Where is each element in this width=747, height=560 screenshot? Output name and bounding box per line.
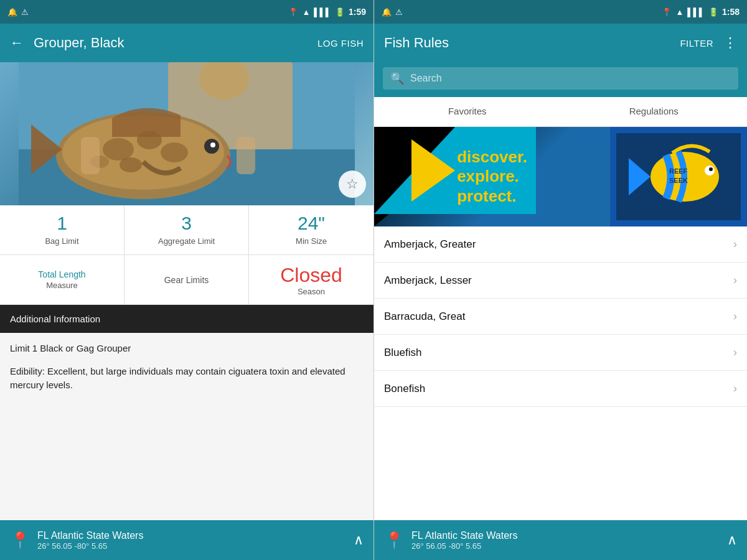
svg-point-21 bbox=[709, 167, 713, 171]
info-season: Closed Season bbox=[249, 255, 374, 304]
fish-name: Bluefish bbox=[384, 347, 733, 359]
info-row: Total Length Measure Gear Limits Closed … bbox=[0, 255, 374, 305]
tab-regulations[interactable]: Regulations bbox=[561, 97, 748, 126]
fish-name: Barracuda, Great bbox=[384, 310, 733, 323]
reef-fish-svg: REEF SEEK bbox=[616, 133, 741, 220]
status-icons-left: 🔔 ⚠ bbox=[7, 7, 29, 17]
chevron-right-icon: › bbox=[733, 274, 737, 287]
chevron-right-icon: › bbox=[733, 382, 737, 395]
chevron-up-left[interactable]: ∧ bbox=[354, 532, 364, 548]
location-status-icon: 📍 bbox=[288, 7, 298, 17]
list-item[interactable]: Amberjack, Lesser › bbox=[374, 263, 747, 299]
location-coords-right: 26° 56.05 -80° 5.65 bbox=[411, 541, 720, 551]
banner-right-section: REEF SEEK bbox=[610, 127, 747, 226]
warning-icon-right: ⚠ bbox=[395, 7, 403, 17]
battery-icon-right: 🔋 bbox=[708, 7, 718, 17]
banner-line-2: explore. bbox=[457, 167, 527, 186]
notification-icon-right: 🔔 bbox=[382, 7, 392, 17]
svg-text:SEEK: SEEK bbox=[669, 177, 688, 184]
svg-rect-14 bbox=[237, 137, 255, 174]
status-icons-right: 📍 ▲ ▌▌▌ 🔋 1:59 bbox=[288, 7, 366, 17]
right-header: Fish Rules FILTER ⋮ bbox=[374, 24, 747, 62]
stat-min-size: 24" Min Size bbox=[249, 205, 374, 254]
bag-limit-label: Bag Limit bbox=[6, 236, 118, 246]
svg-point-9 bbox=[120, 157, 142, 172]
back-button[interactable]: ← bbox=[10, 35, 24, 51]
fish-name: Bonefish bbox=[384, 383, 733, 395]
location-name-left: FL Atlantic State Waters bbox=[37, 530, 346, 541]
search-input-wrapper: 🔍 bbox=[383, 67, 738, 90]
left-header: ← Grouper, Black LOG FISH bbox=[0, 24, 374, 62]
location-info-left: FL Atlantic State Waters 26° 56.05 -80° … bbox=[37, 530, 346, 551]
fish-illustration bbox=[19, 62, 355, 205]
svg-text:REEF: REEF bbox=[669, 167, 688, 175]
list-item[interactable]: Bonefish › bbox=[374, 371, 747, 407]
status-bar-left: 🔔 ⚠ 📍 ▲ ▌▌▌ 🔋 1:59 bbox=[0, 0, 374, 24]
fish-name: Amberjack, Greater bbox=[384, 238, 733, 251]
svg-point-12 bbox=[210, 142, 215, 147]
status-bar-right: 🔔 ⚠ 📍 ▲ ▌▌▌ 🔋 1:58 bbox=[374, 0, 747, 24]
bottom-bar-left[interactable]: 📍 FL Atlantic State Waters 26° 56.05 -80… bbox=[0, 520, 374, 560]
chevron-right-icon: › bbox=[733, 346, 737, 359]
additional-info-line-2: Edibility: Excellent, but large individu… bbox=[10, 365, 364, 393]
total-length-title: Total Length bbox=[38, 269, 85, 279]
advertisement-banner[interactable]: discover. explore. protect. bbox=[374, 127, 747, 226]
total-length-sub: Measure bbox=[46, 281, 78, 290]
list-item[interactable]: Bluefish › bbox=[374, 335, 747, 371]
info-gear-limits[interactable]: Gear Limits bbox=[125, 255, 249, 304]
location-coords-left: 26° 56.05 -80° 5.65 bbox=[37, 541, 346, 551]
location-pin-icon-right: 📍 bbox=[384, 531, 404, 550]
status-icons-right-left: 🔔 ⚠ bbox=[382, 7, 403, 17]
banner-line-1: discover. bbox=[457, 147, 527, 167]
bottom-bar-right[interactable]: 📍 FL Atlantic State Waters 26° 56.05 -80… bbox=[374, 520, 747, 560]
tab-favorites[interactable]: Favorites bbox=[374, 97, 561, 126]
favorite-button[interactable]: ☆ bbox=[339, 170, 366, 198]
fish-name: Amberjack, Lesser bbox=[384, 274, 733, 287]
page-title-right: Fish Rules bbox=[384, 35, 674, 51]
banner-text-block: discover. explore. protect. bbox=[457, 147, 527, 206]
chevron-right-icon: › bbox=[733, 238, 737, 251]
signal-icon: ▌▌▌ bbox=[314, 7, 331, 17]
status-icons-right-right: 📍 ▲ ▌▌▌ 🔋 1:58 bbox=[662, 7, 740, 17]
fish-list: Amberjack, Greater › Amberjack, Lesser ›… bbox=[374, 226, 747, 520]
status-time-right: 1:58 bbox=[722, 7, 740, 17]
notification-icon: 🔔 bbox=[7, 7, 17, 17]
svg-point-8 bbox=[161, 142, 188, 162]
chevron-right-icon: › bbox=[733, 310, 737, 323]
additional-info-body: Limit 1 Black or Gag Grouper Edibility: … bbox=[0, 333, 374, 520]
banner-line-3: protect. bbox=[457, 187, 527, 206]
info-total-length[interactable]: Total Length Measure bbox=[0, 255, 125, 304]
log-fish-button[interactable]: LOG FISH bbox=[317, 38, 364, 49]
season-label: Season bbox=[298, 287, 325, 296]
min-size-value: 24" bbox=[255, 214, 367, 233]
search-input[interactable] bbox=[410, 73, 731, 84]
list-item[interactable]: Barracuda, Great › bbox=[374, 299, 747, 335]
search-icon: 🔍 bbox=[390, 72, 404, 85]
list-item[interactable]: Amberjack, Greater › bbox=[374, 226, 747, 263]
additional-info-line-1: Limit 1 Black or Gag Grouper bbox=[10, 342, 364, 356]
status-time-left: 1:59 bbox=[349, 7, 366, 17]
bag-limit-value: 1 bbox=[6, 214, 118, 233]
tab-bar: Favorites Regulations bbox=[374, 97, 747, 127]
min-size-label: Min Size bbox=[255, 236, 367, 246]
search-bar: 🔍 bbox=[374, 62, 747, 97]
banner-left-section: discover. explore. protect. bbox=[374, 127, 610, 226]
warning-icon: ⚠ bbox=[21, 7, 29, 17]
battery-icon: 🔋 bbox=[335, 7, 345, 17]
closed-label: Closed bbox=[280, 264, 342, 287]
signal-icon-right: ▌▌▌ bbox=[687, 7, 705, 17]
stat-aggregate-limit: 3 Aggregate Limit bbox=[125, 205, 249, 254]
fish-image: ☆ bbox=[0, 62, 374, 205]
svg-rect-13 bbox=[81, 137, 100, 174]
aggregate-limit-label: Aggregate Limit bbox=[131, 236, 242, 246]
wifi-icon: ▲ bbox=[302, 7, 310, 17]
additional-info-header: Additional Information bbox=[0, 305, 374, 333]
page-title-left: Grouper, Black bbox=[34, 35, 308, 51]
svg-point-6 bbox=[103, 138, 134, 161]
filter-button[interactable]: FILTER bbox=[680, 38, 713, 49]
chevron-up-right[interactable]: ∧ bbox=[727, 532, 737, 548]
wifi-icon-right: ▲ bbox=[675, 7, 684, 17]
more-options-icon[interactable]: ⋮ bbox=[723, 35, 737, 51]
location-name-right: FL Atlantic State Waters bbox=[411, 530, 720, 541]
gear-limits-label: Gear Limits bbox=[164, 275, 209, 285]
